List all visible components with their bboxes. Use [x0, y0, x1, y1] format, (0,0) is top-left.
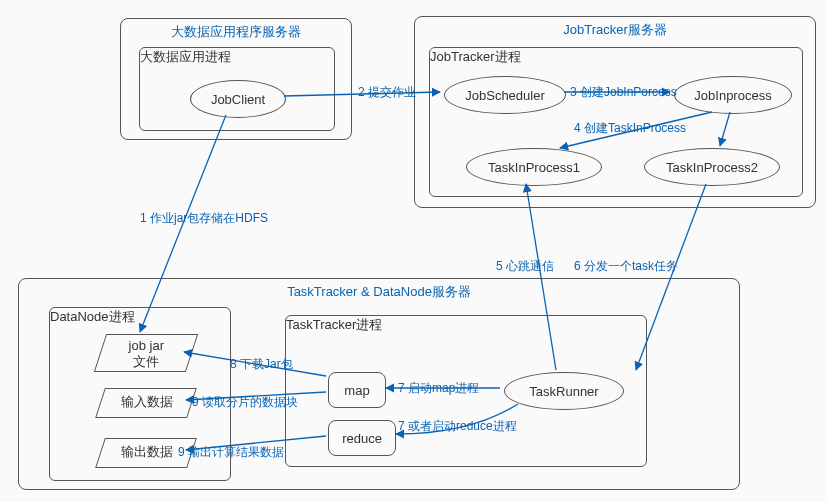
input-label: 输入数据 — [102, 389, 192, 410]
jobinprocess-label: JobInprocess — [694, 88, 771, 103]
tasktracker-process-title: TaskTracker进程 — [286, 316, 646, 334]
edge8-label: 8 下载Jar包 — [230, 356, 293, 373]
jobscheduler-label: JobScheduler — [465, 88, 545, 103]
edge6-label: 6 分发一个task任务 — [574, 258, 678, 275]
reduce-label: reduce — [342, 431, 382, 446]
tasktracker-server-title: TaskTracker & DataNode服务器 — [287, 283, 471, 301]
edge5-label: 5 心跳通信 — [496, 258, 554, 275]
jobtracker-server-title: JobTracker服务器 — [563, 21, 667, 39]
jobclient-node: JobClient — [190, 80, 286, 118]
taskinprocess2-label: TaskInProcess2 — [666, 160, 758, 175]
jobclient-label: JobClient — [211, 92, 265, 107]
edge9a-label: 9 读取分片的数据块 — [192, 394, 298, 411]
reduce-node: reduce — [328, 420, 396, 456]
jobscheduler-node: JobScheduler — [444, 76, 566, 114]
app-server-title: 大数据应用程序服务器 — [171, 23, 301, 41]
edge1-label: 1 作业jar包存储在HDFS — [140, 210, 268, 227]
map-node: map — [328, 372, 386, 408]
diagram-canvas: 大数据应用程序服务器 大数据应用进程 JobClient JobTracker服… — [0, 0, 827, 502]
datanode-process-title: DataNode进程 — [50, 308, 230, 326]
edge4-label: 4 创建TaskInProcess — [574, 120, 686, 137]
jobjar-label: job jar文件 — [101, 335, 191, 369]
edge7a-label: 7 启动map进程 — [398, 380, 479, 397]
app-server-box: 大数据应用程序服务器 大数据应用进程 JobClient — [120, 18, 352, 140]
jobjar-node: job jar文件 — [94, 334, 198, 372]
taskrunner-label: TaskRunner — [529, 384, 598, 399]
taskrunner-node: TaskRunner — [504, 372, 624, 410]
edge7b-label: 7 或者启动reduce进程 — [398, 418, 517, 435]
taskinprocess1-node: TaskInProcess1 — [466, 148, 602, 186]
taskinprocess2-node: TaskInProcess2 — [644, 148, 780, 186]
edge2-label: 2 提交作业 — [358, 84, 416, 101]
input-node: 输入数据 — [95, 388, 197, 418]
jobtracker-server-box: JobTracker服务器 JobTracker进程 JobScheduler … — [414, 16, 816, 208]
jobtracker-process-title: JobTracker进程 — [430, 48, 802, 66]
edge9b-label: 9 输出计算结果数据 — [178, 444, 284, 461]
app-process-title: 大数据应用进程 — [140, 48, 334, 66]
jobinprocess-node: JobInprocess — [674, 76, 792, 114]
taskinprocess1-label: TaskInProcess1 — [488, 160, 580, 175]
app-process-box: 大数据应用进程 JobClient — [139, 47, 335, 131]
tasktracker-server-box: TaskTracker & DataNode服务器 DataNode进程 job… — [18, 278, 740, 490]
edge3-label: 3 创建JobInPorcess — [570, 84, 677, 101]
map-label: map — [344, 383, 369, 398]
